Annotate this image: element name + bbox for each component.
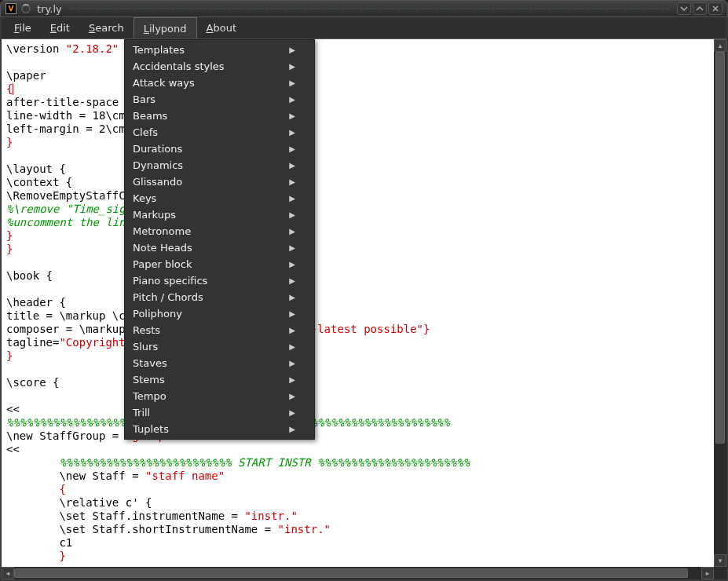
window-buttons: [677, 2, 723, 15]
submenu-item-keys[interactable]: Keys▶: [125, 190, 314, 206]
submenu-item-glissando[interactable]: Glissando▶: [125, 174, 314, 190]
submenu-label: Metronome: [133, 225, 191, 237]
maximize-button[interactable]: [693, 2, 707, 15]
submenu-arrow-icon: ▶: [289, 177, 295, 186]
submenu-item-stems[interactable]: Stems▶: [125, 371, 314, 388]
submenu-item-markups[interactable]: Markups▶: [125, 206, 314, 223]
submenu-arrow-icon: ▶: [289, 161, 295, 170]
mnemonic: S: [89, 22, 95, 34]
submenu-item-tempo[interactable]: Tempo▶: [125, 388, 314, 404]
submenu-item-accidentals-styles[interactable]: Accidentals styles▶: [125, 58, 314, 75]
menu-bar: File Edit Search Lilypond About: [2, 17, 726, 39]
submenu-item-clefs[interactable]: Clefs▶: [125, 124, 314, 141]
submenu-label: Clefs: [133, 126, 158, 138]
submenu-arrow-icon: ▶: [289, 392, 295, 400]
submenu-item-durations[interactable]: Durations▶: [125, 141, 314, 157]
submenu-item-paper-block[interactable]: Paper block▶: [125, 256, 314, 272]
submenu-label: Attack ways: [133, 77, 195, 89]
horizontal-scrollbar[interactable]: ◂ ▸: [2, 567, 714, 579]
submenu-item-beams[interactable]: Beams▶: [125, 108, 314, 124]
submenu-arrow-icon: ▶: [289, 425, 295, 433]
submenu-label: Durations: [133, 143, 182, 155]
submenu-label: Bars: [133, 93, 155, 105]
app-icon: V: [5, 3, 16, 14]
submenu-arrow-icon: ▶: [289, 359, 295, 367]
submenu-label: Markups: [133, 209, 176, 221]
submenu-arrow-icon: ▶: [289, 95, 295, 104]
submenu-item-pitch-chords[interactable]: Pitch / Chords▶: [125, 289, 314, 305]
loading-spinner-icon: [21, 4, 31, 13]
submenu-label: Staves: [133, 357, 167, 369]
editor-area: \version "2.18.2" \paper { after-title-s…: [2, 39, 726, 579]
menu-edit[interactable]: Edit: [41, 17, 79, 38]
mnemonic: F: [14, 22, 20, 34]
submenu-label: Tempo: [133, 390, 166, 402]
text-cursor: [13, 83, 13, 95]
submenu-arrow-icon: ▶: [289, 227, 295, 236]
submenu-arrow-icon: ▶: [289, 243, 295, 252]
submenu-arrow-icon: ▶: [289, 46, 295, 54]
submenu-item-poliphony[interactable]: Poliphony▶: [125, 305, 314, 322]
menu-about[interactable]: About: [197, 17, 246, 38]
scroll-right-button[interactable]: ▸: [701, 567, 714, 579]
scroll-thumb[interactable]: [14, 568, 688, 578]
submenu-item-dynamics[interactable]: Dynamics▶: [125, 157, 314, 174]
menu-search[interactable]: Search: [79, 17, 134, 38]
submenu-item-tuplets[interactable]: Tuplets▶: [125, 421, 314, 437]
close-button[interactable]: [708, 2, 723, 15]
submenu-item-piano-specifics[interactable]: Piano specifics▶: [125, 272, 314, 289]
submenu-label: Trill: [133, 407, 150, 418]
scroll-track[interactable]: [14, 567, 701, 579]
submenu-label: Dynamics: [133, 159, 183, 171]
code-editor[interactable]: \version "2.18.2" \paper { after-title-s…: [2, 39, 714, 567]
submenu-item-staves[interactable]: Staves▶: [125, 355, 314, 371]
submenu-label: Tuplets: [133, 423, 169, 435]
submenu-label: Stems: [133, 374, 165, 386]
submenu-arrow-icon: ▶: [289, 342, 295, 351]
mnemonic: A: [207, 22, 214, 34]
scroll-down-button[interactable]: ▾: [714, 554, 726, 567]
scrollbar-corner: [714, 567, 726, 579]
menu-file[interactable]: File: [5, 17, 41, 38]
submenu-arrow-icon: ▶: [289, 276, 295, 285]
submenu-item-metronome[interactable]: Metronome▶: [125, 223, 314, 239]
lilypond-submenu: Templates▶Accidentals styles▶Attack ways…: [124, 39, 315, 440]
submenu-label: Beams: [133, 110, 167, 122]
mnemonic: E: [50, 22, 57, 34]
submenu-item-attack-ways[interactable]: Attack ways▶: [125, 75, 314, 91]
submenu-item-note-heads[interactable]: Note Heads▶: [125, 239, 314, 256]
submenu-item-bars[interactable]: Bars▶: [125, 91, 314, 108]
submenu-arrow-icon: ▶: [289, 111, 295, 120]
scroll-up-button[interactable]: ▴: [714, 39, 726, 52]
scroll-thumb[interactable]: [715, 52, 725, 444]
submenu-item-templates[interactable]: Templates▶: [125, 42, 314, 58]
submenu-arrow-icon: ▶: [289, 375, 295, 384]
submenu-arrow-icon: ▶: [289, 293, 295, 301]
title-bar: V try.ly: [0, 0, 728, 17]
submenu-arrow-icon: ▶: [289, 408, 295, 417]
submenu-arrow-icon: ▶: [289, 128, 295, 137]
scroll-track[interactable]: [714, 52, 726, 554]
mnemonic: L: [144, 23, 149, 35]
submenu-arrow-icon: ▶: [289, 309, 295, 318]
submenu-label: Note Heads: [133, 242, 192, 254]
submenu-item-slurs[interactable]: Slurs▶: [125, 338, 314, 355]
submenu-label: Accidentals styles: [133, 60, 225, 72]
submenu-label: Keys: [133, 192, 156, 204]
submenu-arrow-icon: ▶: [289, 62, 295, 71]
vertical-scrollbar[interactable]: ▴ ▾: [714, 39, 726, 567]
submenu-arrow-icon: ▶: [289, 194, 295, 203]
submenu-item-rests[interactable]: Rests▶: [125, 322, 314, 338]
submenu-arrow-icon: ▶: [289, 260, 295, 269]
submenu-item-trill[interactable]: Trill▶: [125, 404, 314, 421]
submenu-label: Pitch / Chords: [133, 291, 203, 303]
submenu-label: Rests: [133, 324, 160, 336]
submenu-arrow-icon: ▶: [289, 210, 295, 219]
minimize-button[interactable]: [677, 2, 691, 15]
main-window: File Edit Search Lilypond About \version…: [0, 17, 728, 581]
submenu-label: Paper block: [133, 258, 192, 270]
submenu-label: Slurs: [133, 341, 158, 353]
submenu-label: Glissando: [133, 176, 182, 188]
menu-lilypond[interactable]: Lilypond: [134, 17, 197, 38]
scroll-left-button[interactable]: ◂: [2, 567, 14, 579]
